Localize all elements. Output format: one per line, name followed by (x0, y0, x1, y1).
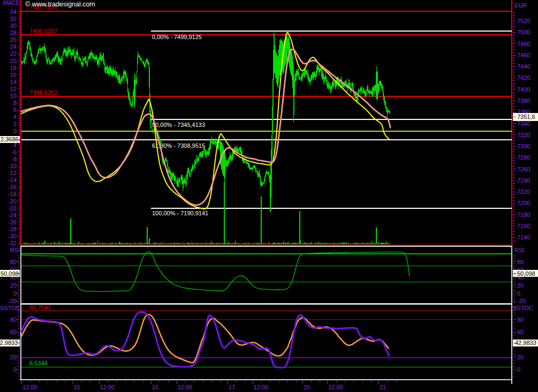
svg-text:50,00% - 7345,4133: 50,00% - 7345,4133 (152, 122, 205, 128)
svg-text:-28: -28 (8, 226, 17, 232)
svg-text:7320: 7320 (517, 132, 530, 138)
svg-text:80: 80 (517, 259, 524, 265)
svg-text:-14: -14 (8, 177, 17, 183)
svg-text:20: 20 (10, 282, 17, 289)
svg-text:18: 18 (10, 65, 17, 71)
svg-text:15.: 15. (74, 384, 82, 390)
svg-text:7420: 7420 (517, 74, 530, 81)
svg-text:80: 80 (517, 316, 524, 323)
svg-text:4: 4 (13, 114, 17, 120)
svg-text:7220: 7220 (517, 189, 530, 195)
svg-text:7160: 7160 (517, 223, 530, 229)
svg-text:50,098: 50,098 (517, 270, 535, 277)
svg-text:60: 60 (10, 329, 17, 335)
svg-text:7180: 7180 (517, 212, 530, 218)
svg-text:42,9833: 42,9833 (515, 340, 536, 346)
svg-text:7260: 7260 (517, 166, 530, 172)
svg-text:EUR: EUR (514, 2, 527, 9)
svg-text:-10: -10 (8, 163, 17, 169)
svg-text:7520: 7520 (517, 18, 530, 24)
svg-text:-20: -20 (8, 298, 17, 304)
svg-text:7351,6: 7351,6 (517, 114, 535, 120)
svg-text:14: 14 (10, 79, 17, 85)
svg-text:12: 12 (10, 86, 17, 92)
svg-text:20: 20 (10, 58, 17, 64)
svg-text:0: 0 (13, 128, 17, 134)
svg-text:93,7641: 93,7641 (29, 304, 51, 311)
svg-text:-20: -20 (8, 198, 17, 205)
svg-text:7240: 7240 (517, 177, 530, 184)
svg-text:0: 0 (13, 290, 17, 297)
svg-text:-32: -32 (8, 240, 17, 246)
svg-text:SSTOC: SSTOC (0, 305, 20, 311)
svg-text:34: 34 (10, 9, 17, 15)
svg-text:50,098: 50,098 (1, 270, 19, 277)
svg-text:12:00: 12:00 (328, 384, 343, 390)
svg-text:7388,5252: 7388,5252 (29, 89, 57, 96)
svg-text:2,3686: 2,3686 (1, 136, 19, 142)
svg-text:21.: 21. (380, 384, 388, 390)
svg-text:RSI: RSI (10, 247, 20, 253)
svg-text:6: 6 (13, 107, 17, 113)
svg-text:20: 20 (517, 354, 524, 360)
svg-text:16: 16 (10, 72, 17, 78)
svg-text:20.: 20. (304, 384, 312, 390)
svg-text:0: 0 (517, 290, 520, 297)
svg-text:22: 22 (10, 50, 17, 57)
svg-text:8: 8 (13, 100, 17, 106)
svg-text:12:00: 12:00 (22, 384, 37, 390)
svg-text:7500: 7500 (517, 29, 530, 35)
svg-text:24: 24 (10, 43, 17, 50)
svg-text:7496,0337: 7496,0337 (29, 28, 57, 34)
svg-text:12:00: 12:00 (100, 384, 115, 390)
svg-text:0,00% - 7499,9125: 0,00% - 7499,9125 (152, 34, 202, 40)
svg-text:17.: 17. (229, 384, 237, 390)
svg-text:12:00: 12:00 (178, 384, 193, 390)
svg-text:-24: -24 (8, 212, 17, 218)
svg-text:-8: -8 (11, 156, 17, 162)
svg-text:7400: 7400 (517, 86, 530, 93)
svg-text:12:00: 12:00 (254, 384, 269, 390)
svg-text:0: 0 (517, 366, 520, 373)
svg-text:28: 28 (10, 29, 17, 36)
svg-text:-22: -22 (8, 205, 17, 212)
svg-text:60: 60 (517, 329, 524, 335)
svg-text:-18: -18 (8, 191, 17, 197)
svg-text:-30: -30 (8, 233, 17, 239)
svg-text:32: 32 (10, 16, 17, 22)
svg-text:7340: 7340 (517, 120, 530, 127)
svg-text:-20: -20 (517, 298, 526, 304)
svg-text:-6: -6 (11, 149, 17, 155)
svg-text:42,9833: 42,9833 (0, 340, 18, 346)
svg-text:7300: 7300 (517, 143, 530, 149)
svg-text:7380: 7380 (517, 97, 530, 104)
svg-text:26: 26 (10, 36, 17, 43)
svg-text:7280: 7280 (517, 154, 530, 161)
svg-text:RSI: RSI (514, 247, 524, 253)
svg-text:80: 80 (10, 316, 17, 323)
svg-text:7200: 7200 (517, 200, 530, 206)
svg-text:20: 20 (517, 282, 524, 289)
svg-text:0: 0 (13, 366, 17, 373)
svg-text:© www.tradesignal.com: © www.tradesignal.com (25, 1, 95, 8)
svg-text:6,5344: 6,5344 (29, 360, 48, 366)
svg-text:7140: 7140 (517, 234, 530, 240)
svg-text:MACD: MACD (3, 0, 20, 6)
svg-text:7480: 7480 (517, 41, 530, 47)
svg-text:80: 80 (10, 259, 17, 265)
svg-text:-12: -12 (8, 170, 17, 176)
svg-text:16.: 16. (152, 384, 160, 390)
svg-text:7440: 7440 (517, 63, 530, 70)
svg-text:2: 2 (13, 120, 17, 127)
svg-text:-16: -16 (8, 184, 17, 190)
svg-text:SSTOC: SSTOC (513, 305, 533, 311)
svg-text:-26: -26 (8, 219, 17, 225)
svg-text:20: 20 (10, 354, 17, 360)
svg-text:100,00% - 7190,9141: 100,00% - 7190,9141 (152, 210, 208, 216)
svg-text:10: 10 (10, 93, 17, 99)
svg-text:30: 30 (10, 22, 17, 29)
svg-text:7460: 7460 (517, 52, 530, 58)
